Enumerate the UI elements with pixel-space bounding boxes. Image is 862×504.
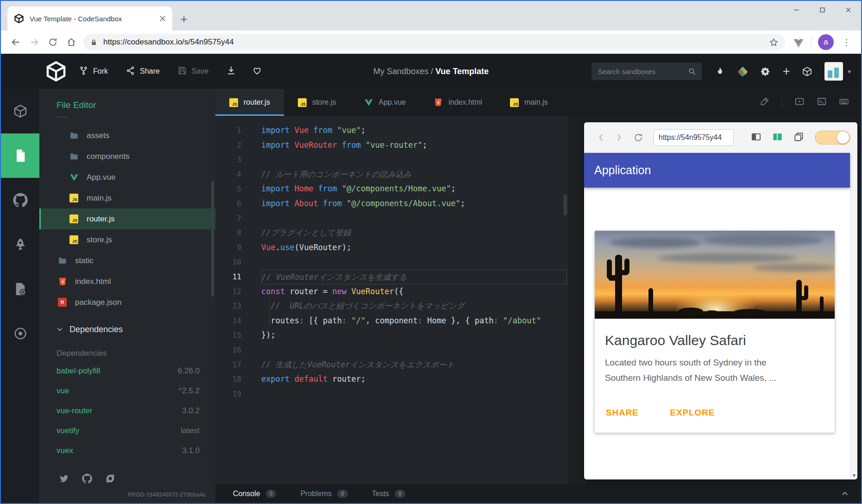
home-button[interactable] xyxy=(62,33,81,51)
sidebar-title: File Editor xyxy=(57,100,215,110)
preview-address-bar[interactable]: https://54n9575y44 xyxy=(654,129,734,146)
file-item-index-html[interactable]: 5index.html xyxy=(39,271,215,292)
preview-refresh-icon[interactable] xyxy=(633,132,643,143)
twitter-icon[interactable] xyxy=(59,473,69,485)
file-item-store-js[interactable]: JSstore.js xyxy=(39,229,215,250)
github-icon[interactable] xyxy=(82,473,92,485)
minimize-button[interactable] xyxy=(783,1,809,19)
file-item-static[interactable]: static xyxy=(39,250,215,271)
rail-item-deployment[interactable] xyxy=(1,222,39,267)
file-label: store.js xyxy=(87,235,112,245)
file-item-components[interactable]: components xyxy=(39,146,215,167)
browser-tab[interactable]: Vue Template - CodeSandbox xyxy=(7,6,172,31)
file-item-router-js[interactable]: JSrouter.js xyxy=(39,208,215,229)
editor-tab-store-js[interactable]: JSstore.js xyxy=(284,89,350,116)
line-number: 7 xyxy=(215,211,249,226)
user-avatar[interactable] xyxy=(824,62,843,81)
prettify-button[interactable] xyxy=(760,96,770,108)
dependency-babel-polyfill[interactable]: babel-polyfill6.26.0 xyxy=(39,361,215,381)
browser-profile-avatar[interactable]: a xyxy=(818,34,834,50)
like-button[interactable] xyxy=(252,65,262,77)
layout-editor-preview-icon[interactable] xyxy=(772,132,783,144)
my-sandboxes-button[interactable] xyxy=(802,66,812,77)
forward-button[interactable] xyxy=(25,33,44,51)
chevron-down-icon[interactable]: ▾ xyxy=(848,68,851,75)
dependencies-section-header[interactable]: Dependencies xyxy=(39,318,215,340)
file-label: package.json xyxy=(75,298,121,307)
dependency-vuex[interactable]: vuex3.1.0 xyxy=(39,441,215,460)
file-item-package-json[interactable]: npackage.json xyxy=(39,292,215,313)
js-icon: JS xyxy=(69,194,78,202)
editor-tab-router-js[interactable]: JSrouter.js xyxy=(215,89,284,116)
address-bar[interactable]: https://codesandbox.io/s/54n9575y44 xyxy=(83,34,785,50)
preview-toggle-button[interactable] xyxy=(794,96,805,108)
back-button[interactable] xyxy=(6,33,25,51)
preview-forward-icon[interactable] xyxy=(614,132,624,143)
save-icon xyxy=(177,66,187,77)
line-number: 2 xyxy=(215,138,249,153)
file-label: assets xyxy=(87,131,109,140)
trending-button[interactable] xyxy=(715,66,725,77)
browser-tab-title: Vue Template - CodeSandbox xyxy=(30,15,158,23)
rail-item-config-files[interactable] xyxy=(1,267,39,311)
search-sandboxes-input[interactable]: Search sandboxes xyxy=(591,63,702,80)
share-card-button[interactable]: SHARE xyxy=(598,403,646,422)
file-item-App-vue[interactable]: App.vue xyxy=(39,167,215,188)
vue-devtools-extension-icon[interactable] xyxy=(793,37,805,48)
devtools-tabs: Console0Problems0Tests0 xyxy=(233,490,429,498)
user-gem-avatar[interactable] xyxy=(737,66,748,77)
download-button[interactable] xyxy=(226,65,236,77)
file-label: static xyxy=(75,256,94,265)
editor-tab-App-vue[interactable]: App.vue xyxy=(350,89,420,116)
devtools-tab-problems[interactable]: Problems0 xyxy=(300,490,347,498)
maximize-button[interactable] xyxy=(809,1,835,19)
codesandbox-logo-icon[interactable] xyxy=(45,61,67,82)
spectrum-icon[interactable] xyxy=(105,473,115,485)
code-editor[interactable]: 1import Vue from "vue";2import VueRouter… xyxy=(215,116,569,484)
console-toggle-button[interactable] xyxy=(817,96,827,108)
new-sandbox-button[interactable]: + xyxy=(783,64,790,79)
file-label: main.js xyxy=(87,194,112,203)
open-new-window-icon[interactable] xyxy=(793,132,804,144)
preview-scrollbar[interactable]: ▼ xyxy=(850,153,857,479)
file-item-assets[interactable]: assets xyxy=(39,125,215,146)
shortcuts-button[interactable] xyxy=(839,96,849,108)
fork-button[interactable]: Fork xyxy=(79,66,108,77)
rail-item-live[interactable] xyxy=(1,311,39,356)
gem-icon xyxy=(737,66,748,77)
expand-console-icon[interactable] xyxy=(841,490,849,498)
split-view-icon[interactable] xyxy=(751,132,761,144)
live-reload-toggle[interactable] xyxy=(815,131,850,145)
sidebar-scrollbar[interactable] xyxy=(211,181,214,296)
line-content: // ルート用のコンポーネントの読み込み xyxy=(261,167,569,182)
reload-button[interactable] xyxy=(44,33,62,51)
rail-item-file-explorer[interactable] xyxy=(1,133,39,178)
browser-menu-icon[interactable]: ⋮ xyxy=(837,37,856,48)
dependency-vue-router[interactable]: vue-router3.0.2 xyxy=(39,401,215,421)
close-window-button[interactable] xyxy=(835,1,861,19)
explore-card-button[interactable]: EXPLORE xyxy=(663,403,722,422)
save-button[interactable]: Save xyxy=(177,66,208,77)
file-item-main-js[interactable]: JSmain.js xyxy=(39,188,215,208)
dependency-vuetify[interactable]: vuetifylatest xyxy=(39,421,215,441)
bookmark-star-icon[interactable] xyxy=(769,38,779,47)
preview-back-icon[interactable] xyxy=(596,132,606,143)
scroll-down-icon[interactable]: ▼ xyxy=(852,473,856,478)
share-button[interactable]: Share xyxy=(126,66,160,77)
line-number: 5 xyxy=(215,182,249,196)
rail-item-github[interactable] xyxy=(1,178,39,222)
devtools-tab-tests[interactable]: Tests0 xyxy=(372,490,405,498)
new-tab-button[interactable]: + xyxy=(176,11,192,27)
line-number: 19 xyxy=(215,387,249,402)
devtools-tab-console[interactable]: Console0 xyxy=(233,490,276,498)
dependency-vue[interactable]: vue^2.5.2 xyxy=(39,381,215,401)
editor-scrollbar[interactable] xyxy=(564,195,567,215)
editor-tab-index-html[interactable]: 5index.html xyxy=(420,89,496,116)
breadcrumb-parent[interactable]: My Sandboxes xyxy=(373,67,428,76)
editor-tab-main-js[interactable]: JSmain.js xyxy=(496,89,562,116)
close-tab-icon[interactable] xyxy=(158,14,167,23)
code-line-15: 15}); xyxy=(215,328,569,343)
lock-icon xyxy=(90,38,98,46)
settings-button[interactable] xyxy=(760,66,771,77)
rail-item-sandbox-info[interactable] xyxy=(1,89,39,133)
